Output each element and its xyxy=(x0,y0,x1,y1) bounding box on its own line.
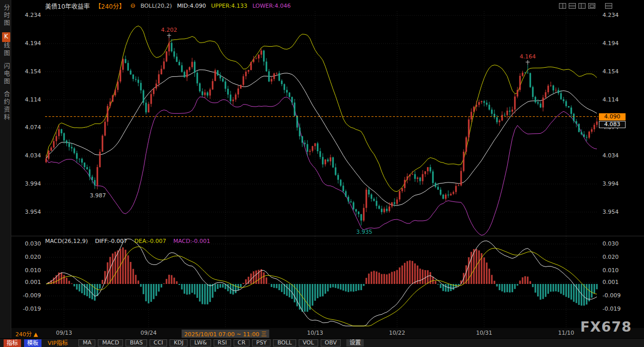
macd-hist-value: MACD:-0.001 xyxy=(173,238,210,244)
axis-label: -0.009 xyxy=(23,292,41,299)
axis-label: 0.001 xyxy=(603,279,619,286)
main-chart-panel: 4.2344.1944.1544.1144.0744.0343.9943.954… xyxy=(11,11,644,236)
axis-label: -0.009 xyxy=(603,292,620,299)
layout-inset-icon[interactable] xyxy=(588,3,595,9)
restore-window-icon[interactable] xyxy=(605,3,612,9)
indicator-buttons: MAMACDBIASCCIKDJLW&RSICRPSYBOLLVOLOBV xyxy=(78,339,341,346)
boll-mid-value: MID:4.090 xyxy=(177,3,206,9)
axis-label: 0.020 xyxy=(603,254,619,261)
x-axis-label: 10/13 xyxy=(307,330,323,336)
sidebar-item-分时图[interactable]: 分时图 xyxy=(2,4,11,27)
x-axis-label: 10/31 xyxy=(476,330,492,336)
axis-label: -0.019 xyxy=(23,305,41,313)
axis-label: 0.010 xyxy=(603,267,619,274)
svg-text:4.164: 4.164 xyxy=(520,53,536,60)
indicator-button-LW&[interactable]: LW& xyxy=(190,339,211,346)
x-axis-label: 10/22 xyxy=(389,330,405,336)
x-axis-label: 11/10 xyxy=(558,330,574,336)
axis-label: 4.234 xyxy=(603,12,619,19)
axis-label: 4.034 xyxy=(603,152,619,159)
sidebar-item-合约资料[interactable]: 合约资料 xyxy=(2,91,11,121)
boll-lower-value: LOWER:4.046 xyxy=(253,3,291,9)
macd-dea-value: DEA:-0.007 xyxy=(134,238,166,244)
axis-label: 4.154 xyxy=(603,68,619,75)
instrument-title: 美债10年收益率 xyxy=(45,2,90,10)
main-chart-canvas[interactable]: 3.9874.2023.9354.164 xyxy=(45,11,598,236)
fx678-watermark: FX678 xyxy=(580,319,632,335)
selected-candle-time-label: 2025/10/01 07:00 ~ 11:00 三 xyxy=(181,330,269,338)
collapse-icon[interactable]: ⊖ xyxy=(130,2,135,9)
macd-header: MACD(26,12,9) DIFF:-0.007 DEA:-0.007 MAC… xyxy=(45,238,210,244)
axis-label: 3.994 xyxy=(603,180,619,188)
axis-label: 4.074 xyxy=(25,124,41,131)
axis-label: 3.954 xyxy=(603,209,619,216)
macd-axis-right: 0.0300.0200.0100.001-0.009-0.019 xyxy=(600,236,643,329)
last-price-box: 4.083 xyxy=(599,121,626,128)
svg-text:4.202: 4.202 xyxy=(161,27,177,33)
sidebar-item-K线图[interactable]: K线图 xyxy=(2,32,11,57)
toolbar-tab-模板[interactable]: 模板 xyxy=(24,339,41,347)
macd-panel: MACD(26,12,9) DIFF:-0.007 DEA:-0.007 MAC… xyxy=(11,236,644,328)
axis-label: 4.114 xyxy=(603,96,619,104)
axis-label: -0.019 xyxy=(603,305,620,313)
axis-label: 0.030 xyxy=(603,240,619,248)
boll-indicator-label: BOLL(20,2) xyxy=(140,3,172,9)
axis-label: 4.194 xyxy=(603,40,619,47)
timeframe-label[interactable]: 240分 ▲ xyxy=(15,330,38,338)
axis-label: 4.194 xyxy=(25,40,41,47)
axis-label: 4.114 xyxy=(25,96,41,104)
axis-label: 4.154 xyxy=(25,68,41,75)
macd-diff-value: DIFF:-0.007 xyxy=(95,238,128,244)
layout-split-horizontal-icon[interactable] xyxy=(569,3,576,9)
toolbar-tabs: 指标模板VIP指标 xyxy=(4,339,71,347)
layout-sidebar-icon[interactable] xyxy=(578,3,586,9)
period-label[interactable]: 【240分】 xyxy=(95,2,125,10)
indicator-button-VOL[interactable]: VOL xyxy=(299,339,318,346)
left-sidebar: 分时图K线图闪电图合约资料 xyxy=(0,0,11,338)
x-axis-label: 09/24 xyxy=(140,330,157,336)
svg-text:3.987: 3.987 xyxy=(90,192,106,199)
axis-label: 4.234 xyxy=(25,12,41,19)
top-bar: 美债10年收益率 【240分】 ⊖ BOLL(20,2) MID:4.090 U… xyxy=(11,0,644,11)
toolbar-tab-指标[interactable]: 指标 xyxy=(4,339,21,347)
axis-label: 4.034 xyxy=(25,152,41,159)
macd-canvas[interactable] xyxy=(45,236,598,329)
indicator-button-MA[interactable]: MA xyxy=(78,339,95,346)
trading-terminal: { "topbar": { "title": "美债10年收益率", "peri… xyxy=(0,0,644,347)
toolbar-tab-VIP指标[interactable]: VIP指标 xyxy=(45,339,71,347)
indicator-button-BIAS[interactable]: BIAS xyxy=(126,339,147,346)
indicator-button-PSY[interactable]: PSY xyxy=(252,339,271,346)
sidebar-item-闪电图[interactable]: 闪电图 xyxy=(2,63,11,86)
axis-label: 0.010 xyxy=(25,267,41,274)
indicator-button-KDJ[interactable]: KDJ xyxy=(170,339,188,346)
indicator-button-OBV[interactable]: OBV xyxy=(321,339,341,346)
axis-label: 0.030 xyxy=(25,240,41,248)
x-axis-label: 09/13 xyxy=(56,330,72,336)
layout-split-vertical-icon[interactable] xyxy=(559,3,566,9)
indicator-button-RSI[interactable]: RSI xyxy=(214,339,231,346)
macd-indicator-label: MACD(26,12,9) xyxy=(45,238,88,244)
axis-label: 3.954 xyxy=(25,209,41,216)
boll-upper-value: UPPER:4.133 xyxy=(211,3,247,9)
axis-label: 0.001 xyxy=(25,279,41,286)
price-axis-left: 4.2344.1944.1544.1144.0744.0343.9943.954 xyxy=(11,11,43,236)
axis-label: 0.020 xyxy=(25,254,41,261)
svg-text:3.935: 3.935 xyxy=(356,229,372,235)
active-tab-badge: K xyxy=(2,32,10,42)
time-axis-bar: 240分 ▲ 09/1309/242025/10/01 07:00 ~ 11:0… xyxy=(0,328,644,338)
layout-icon-group xyxy=(559,3,612,9)
settings-button[interactable]: 设置 xyxy=(346,339,364,346)
indicator-button-MACD[interactable]: MACD xyxy=(98,339,123,346)
indicator-button-CR[interactable]: CR xyxy=(234,339,250,346)
reference-price-box: 4.090 xyxy=(599,113,626,120)
indicator-button-CCI[interactable]: CCI xyxy=(150,339,168,346)
indicator-button-BOLL[interactable]: BOLL xyxy=(273,339,296,346)
axis-label: 3.994 xyxy=(25,180,41,188)
bottom-toolbar: 指标模板VIP指标 MAMACDBIASCCIKDJLW&RSICRPSYBOL… xyxy=(0,338,644,347)
macd-axis-left: 0.0300.0200.0100.001-0.009-0.019 xyxy=(11,236,43,329)
